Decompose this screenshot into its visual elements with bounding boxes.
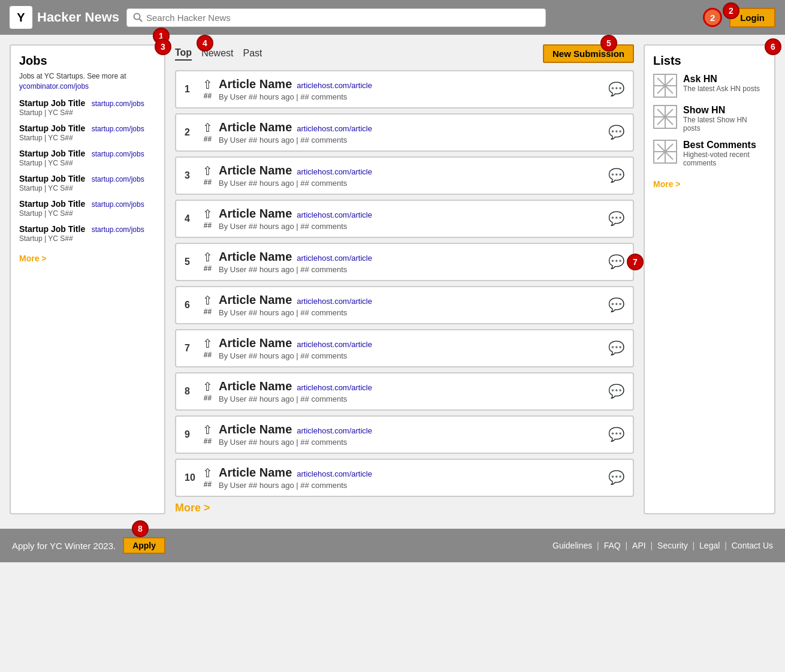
article-source-link[interactable]: articlehost.com/article bbox=[297, 340, 372, 349]
job-title-link[interactable]: Startup Job Title bbox=[19, 199, 85, 209]
article-body: Article Name articlehost.com/article By … bbox=[219, 336, 602, 360]
article-meta: By User ## hours ago | ## comments bbox=[219, 351, 602, 360]
article-meta: By User ## hours ago | ## comments bbox=[219, 394, 602, 403]
search-icon bbox=[133, 13, 143, 22]
list-item-row: Ask HN The latest Ask HN posts bbox=[653, 74, 766, 98]
footer-link-legal[interactable]: Legal bbox=[699, 541, 720, 550]
tab-past[interactable]: Past bbox=[243, 48, 262, 60]
list-item-title[interactable]: Ask HN bbox=[683, 74, 760, 85]
article-source-link[interactable]: articlehost.com/article bbox=[297, 210, 372, 219]
upvote-arrow[interactable]: ⇧ bbox=[203, 208, 213, 220]
job-source-link[interactable]: startup.com/jobs bbox=[92, 225, 144, 234]
job-source-link[interactable]: startup.com/jobs bbox=[92, 175, 144, 183]
article-title-line: Article Name articlehost.com/article bbox=[219, 250, 602, 264]
job-title-link[interactable]: Startup Job Title bbox=[19, 123, 85, 133]
lists-more-link[interactable]: More > bbox=[653, 179, 681, 189]
site-title: Hacker News bbox=[37, 10, 119, 25]
login-button[interactable]: Login bbox=[729, 8, 775, 28]
article-source-link[interactable]: articlehost.com/article bbox=[297, 469, 372, 478]
job-source-link[interactable]: startup.com/jobs bbox=[92, 125, 144, 133]
upvote-area[interactable]: ⇧ ## bbox=[203, 381, 213, 402]
vote-count: ## bbox=[204, 178, 212, 186]
article-body: Article Name articlehost.com/article By … bbox=[219, 293, 602, 317]
x-icon bbox=[654, 75, 676, 97]
comment-icon[interactable]: 💬 bbox=[608, 211, 624, 227]
upvote-area[interactable]: ⇧ ## bbox=[203, 122, 213, 143]
comment-icon[interactable]: 💬 bbox=[608, 297, 624, 313]
upvote-area[interactable]: ⇧ ## bbox=[203, 208, 213, 230]
upvote-arrow[interactable]: ⇧ bbox=[203, 294, 213, 306]
comment-icon[interactable]: 💬 bbox=[608, 168, 624, 183]
job-source-link[interactable]: startup.com/jobs bbox=[92, 200, 144, 209]
upvote-area[interactable]: ⇧ ## bbox=[203, 337, 213, 359]
footer-link-security[interactable]: Security bbox=[657, 541, 688, 550]
footer-link-api[interactable]: API bbox=[632, 541, 646, 550]
search-input[interactable] bbox=[146, 13, 539, 23]
job-source-link[interactable]: startup.com/jobs bbox=[92, 100, 144, 108]
comment-icon[interactable]: 💬 bbox=[608, 427, 624, 442]
tab-top[interactable]: Top bbox=[175, 47, 192, 61]
tab-newest[interactable]: Newest bbox=[201, 48, 233, 60]
upvote-arrow[interactable]: ⇧ bbox=[203, 165, 213, 177]
upvote-arrow[interactable]: ⇧ bbox=[203, 467, 213, 479]
job-title-link[interactable]: Startup Job Title bbox=[19, 224, 85, 234]
job-title-link[interactable]: Startup Job Title bbox=[19, 174, 85, 183]
comment-icon[interactable]: 💬 bbox=[608, 254, 624, 270]
upvote-arrow[interactable]: ⇧ bbox=[203, 251, 213, 263]
upvote-area[interactable]: ⇧ ## bbox=[203, 251, 213, 273]
comment-icon[interactable]: 💬 bbox=[608, 125, 624, 140]
upvote-area[interactable]: ⇧ ## bbox=[203, 467, 213, 489]
yc-jobs-link[interactable]: ycombinator.com/jobs bbox=[19, 82, 89, 91]
article-source-link[interactable]: articlehost.com/article bbox=[297, 124, 372, 133]
article-source-link[interactable]: articlehost.com/article bbox=[297, 426, 372, 435]
article-title-line: Article Name articlehost.com/article bbox=[219, 120, 602, 134]
article-meta: By User ## hours ago | ## comments bbox=[219, 265, 602, 274]
upvote-area[interactable]: ⇧ ## bbox=[203, 165, 213, 186]
article-source-link[interactable]: articlehost.com/article bbox=[297, 254, 372, 263]
footer-link-guidelines[interactable]: Guidelines bbox=[552, 541, 592, 550]
article-number: 6 bbox=[185, 300, 197, 311]
apply-button[interactable]: Apply bbox=[123, 537, 165, 554]
upvote-area[interactable]: ⇧ ## bbox=[203, 294, 213, 316]
job-item: Startup Job Title startup.com/jobs Start… bbox=[19, 198, 156, 218]
svg-line-1 bbox=[139, 19, 142, 22]
comment-icon[interactable]: 💬 bbox=[608, 82, 624, 97]
new-submission-button[interactable]: New Submission bbox=[543, 44, 634, 63]
jobs-title: Jobs bbox=[19, 54, 156, 68]
search-bar[interactable] bbox=[126, 8, 546, 27]
article-title-line: Article Name articlehost.com/article bbox=[219, 293, 602, 307]
upvote-arrow[interactable]: ⇧ bbox=[203, 424, 213, 436]
jobs-more-link[interactable]: More > bbox=[19, 254, 47, 263]
article-card: 6 ⇧ ## Article Name articlehost.com/arti… bbox=[175, 286, 634, 324]
list-item-title[interactable]: Show HN bbox=[683, 105, 766, 116]
upvote-arrow[interactable]: ⇧ bbox=[203, 122, 213, 134]
upvote-arrow[interactable]: ⇧ bbox=[203, 79, 213, 91]
footer-link-contact[interactable]: Contact Us bbox=[732, 541, 773, 550]
article-source-link[interactable]: articlehost.com/article bbox=[297, 167, 372, 176]
notification-badge[interactable]: 2 bbox=[703, 8, 722, 27]
list-item-title[interactable]: Best Comments bbox=[683, 140, 766, 150]
upvote-area[interactable]: ⇧ ## bbox=[203, 424, 213, 445]
comment-icon[interactable]: 💬 bbox=[608, 340, 624, 356]
article-source-link[interactable]: articlehost.com/article bbox=[297, 297, 372, 306]
article-card: 3 ⇧ ## Article Name articlehost.com/arti… bbox=[175, 156, 634, 195]
comment-icon[interactable]: 💬 bbox=[608, 470, 624, 486]
header: Y Hacker News 2 Login 1 2 bbox=[0, 0, 785, 35]
job-title-link[interactable]: Startup Job Title bbox=[19, 149, 85, 158]
list-item-row: Best Comments Highest-voted recent comme… bbox=[653, 140, 766, 167]
vote-count: ## bbox=[204, 480, 212, 489]
articles-more-link[interactable]: More > bbox=[175, 502, 634, 514]
comment-icon[interactable]: 💬 bbox=[608, 384, 624, 399]
footer-left: Apply for YC Winter 2023. Apply bbox=[12, 537, 165, 554]
upvote-area[interactable]: ⇧ ## bbox=[203, 79, 213, 100]
job-title-link[interactable]: Startup Job Title bbox=[19, 98, 85, 108]
vote-count: ## bbox=[204, 308, 212, 316]
upvote-arrow[interactable]: ⇧ bbox=[203, 337, 213, 349]
upvote-arrow[interactable]: ⇧ bbox=[203, 381, 213, 393]
job-source-link[interactable]: startup.com/jobs bbox=[92, 150, 144, 158]
article-source-link[interactable]: articlehost.com/article bbox=[297, 383, 372, 392]
logo-area: Y Hacker News bbox=[10, 6, 119, 29]
article-meta: By User ## hours ago | ## comments bbox=[219, 308, 602, 317]
article-source-link[interactable]: articlehost.com/article bbox=[297, 81, 372, 90]
footer-link-faq[interactable]: FAQ bbox=[604, 541, 621, 550]
